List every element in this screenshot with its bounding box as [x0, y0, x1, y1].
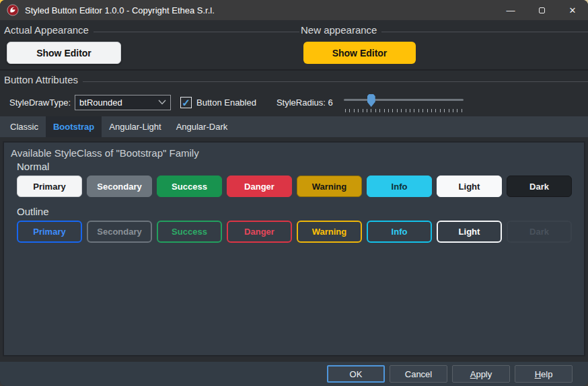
maximize-icon: [539, 7, 545, 13]
normal-button-row: Primary Secondary Success Danger Warning: [17, 176, 577, 197]
attributes-row: StyleDrawType: btRounded ✓ Button Enable…: [9, 93, 588, 112]
outline-style-button-secondary[interactable]: Secondary: [87, 221, 152, 243]
slider-ticks: [345, 109, 464, 112]
outline-style-button-danger[interactable]: Danger: [227, 221, 292, 243]
window-controls: — ✕: [495, 0, 588, 20]
style-button-primary[interactable]: Primary: [17, 176, 82, 197]
group-label-actual-appearance: Actual Appearance: [3, 24, 94, 36]
slider-track: [344, 99, 464, 101]
normal-label: Normal: [17, 161, 577, 172]
style-button-secondary[interactable]: Secondary: [87, 176, 152, 197]
outline-style-button-dark[interactable]: Dark: [507, 221, 572, 243]
groupbox-line: [3, 81, 588, 82]
styledrawtype-label: StyleDrawType:: [9, 98, 71, 108]
style-button-info[interactable]: Info: [367, 176, 432, 197]
group-label-new-appearance: New appearance: [299, 24, 381, 36]
outline-style-button-warning[interactable]: Warning: [297, 221, 362, 243]
tab-angular-dark[interactable]: Angular-Dark: [169, 116, 235, 137]
dialog-button-ok[interactable]: OK: [327, 365, 385, 383]
panel-heading: Available StyleClass of "Bootstrap" Fami…: [11, 147, 577, 159]
spacer: [0, 356, 588, 362]
tab-bootstrap[interactable]: Bootstrap: [46, 116, 102, 137]
dialog-button-cancel[interactable]: Cancel: [390, 365, 447, 383]
button-enabled-checkbox[interactable]: ✓ Button Enabled: [180, 97, 256, 108]
style-button-dark[interactable]: Dark: [507, 176, 572, 197]
styleradius-slider[interactable]: [344, 93, 464, 112]
outline-button-row: Primary Secondary Success Danger: [17, 221, 577, 243]
minimize-button[interactable]: —: [495, 0, 526, 20]
tab-strip: Classic Bootstrap Angular-Light Angular-…: [0, 116, 588, 137]
style-button-success[interactable]: Success: [157, 176, 222, 197]
group-new-appearance: New appearance Show Editor: [294, 20, 588, 69]
style-button-danger[interactable]: Danger: [227, 176, 292, 197]
chevron-down-icon: [158, 100, 166, 105]
close-button[interactable]: ✕: [557, 0, 588, 20]
tab-classic[interactable]: Classic: [3, 116, 46, 137]
outline-block: Outline Primary Secondary Success: [11, 206, 577, 243]
group-label-button-attributes: Button Attributes: [3, 74, 83, 85]
show-editor-actual-button[interactable]: Show Editor: [7, 42, 121, 64]
style-button-light[interactable]: Light: [437, 176, 502, 197]
outline-style-button-success[interactable]: Success: [157, 221, 222, 243]
group-actual-appearance: Actual Appearance Show Editor: [0, 20, 294, 69]
ethea-logo-icon: [7, 4, 19, 16]
check-icon: ✓: [182, 98, 190, 108]
outline-style-button-info[interactable]: Info: [367, 221, 432, 243]
style-button-warning[interactable]: Warning: [297, 176, 362, 197]
maximize-button[interactable]: [526, 0, 557, 20]
spacer: [0, 111, 588, 116]
slider-thumb[interactable]: [367, 94, 375, 107]
close-icon: ✕: [569, 5, 577, 15]
outline-style-button-primary[interactable]: Primary: [17, 221, 82, 243]
outline-label: Outline: [17, 206, 577, 217]
minimize-icon: —: [507, 5, 515, 15]
dialog-footer: OK Cancel Apply Help: [0, 362, 588, 386]
tab-angular-light[interactable]: Angular-Light: [102, 116, 168, 137]
styleradius-label: StyleRadius: 6: [277, 98, 333, 108]
group-button-attributes: Button Attributes StyleDrawType: btRound…: [0, 69, 588, 111]
checkbox-box: ✓: [180, 97, 192, 108]
app-window: Styled Button Editor 1.0.0 - Copyright E…: [0, 0, 588, 386]
window-title: Styled Button Editor 1.0.0 - Copyright E…: [25, 5, 495, 15]
styleclass-panel: Available StyleClass of "Bootstrap" Fami…: [3, 141, 585, 356]
appearance-section: Actual Appearance Show Editor New appear…: [0, 20, 588, 69]
combobox-value: btRounded: [79, 98, 158, 108]
dialog-button-apply[interactable]: Apply: [452, 365, 510, 383]
outline-style-button-light[interactable]: Light: [437, 221, 502, 243]
button-enabled-label: Button Enabled: [196, 98, 256, 108]
show-editor-new-button[interactable]: Show Editor: [303, 42, 416, 64]
dialog-button-help[interactable]: Help: [515, 365, 573, 383]
styledrawtype-combobox[interactable]: btRounded: [75, 95, 171, 110]
title-bar: Styled Button Editor 1.0.0 - Copyright E…: [0, 0, 588, 20]
